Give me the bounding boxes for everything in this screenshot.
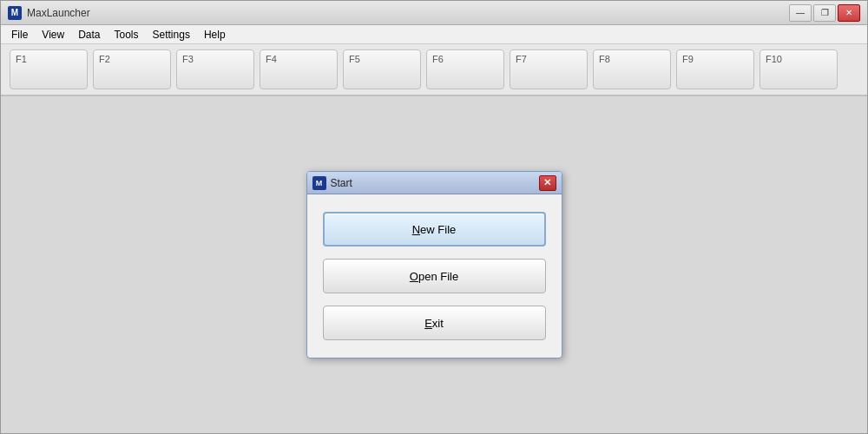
fkey-f5[interactable]: F5 [343,49,421,89]
menu-settings[interactable]: Settings [146,27,197,43]
new-file-button[interactable]: New File [323,212,546,247]
main-window: M MaxLauncher — ❐ ✕ File View Data Tools… [0,0,868,434]
open-file-button[interactable]: Open File [323,259,546,293]
fkey-f10[interactable]: F10 [760,49,838,89]
fkey-f1[interactable]: F1 [10,49,88,89]
fkey-f4[interactable]: F4 [260,49,338,89]
minimize-button[interactable]: — [789,4,812,22]
dialog-body: New File Open File Exit [307,194,562,358]
fkey-f6[interactable]: F6 [426,49,504,89]
close-window-button[interactable]: ✕ [838,4,860,22]
fkey-f2[interactable]: F2 [93,49,171,89]
open-file-label: Open File [410,270,458,283]
fkey-bar: F1 F2 F3 F4 F5 F6 F7 F8 F9 F10 [1,44,867,96]
title-bar-left: M MaxLauncher [8,6,90,20]
fkey-f9[interactable]: F9 [676,49,754,89]
menu-tools[interactable]: Tools [108,27,146,43]
menu-view[interactable]: View [35,27,71,43]
menu-bar: File View Data Tools Settings Help [1,25,867,44]
new-file-label: New File [412,223,457,236]
fkey-f3[interactable]: F3 [176,49,254,89]
menu-data[interactable]: Data [71,27,107,43]
start-dialog: M Start ✕ New File Open File Exit [306,171,562,358]
modal-overlay: M Start ✕ New File Open File Exit [1,96,867,433]
fkey-f8[interactable]: F8 [593,49,671,89]
exit-label: Exit [424,317,444,330]
dialog-title-bar: M Start ✕ [307,172,562,194]
menu-file[interactable]: File [4,27,35,43]
dialog-icon: M [312,176,326,190]
title-bar-controls: — ❐ ✕ [789,4,860,22]
app-icon: M [8,6,22,20]
menu-help[interactable]: Help [197,27,233,43]
dialog-title-left: M Start [312,176,352,190]
title-bar: M MaxLauncher — ❐ ✕ [1,1,867,25]
fkey-f7[interactable]: F7 [510,49,588,89]
app-title: MaxLauncher [27,7,90,19]
exit-button[interactable]: Exit [323,306,546,340]
dialog-title: Start [331,177,352,189]
dialog-close-button[interactable]: ✕ [539,175,556,191]
content-area: M Start ✕ New File Open File Exit [1,96,867,433]
maximize-button[interactable]: ❐ [813,4,836,22]
